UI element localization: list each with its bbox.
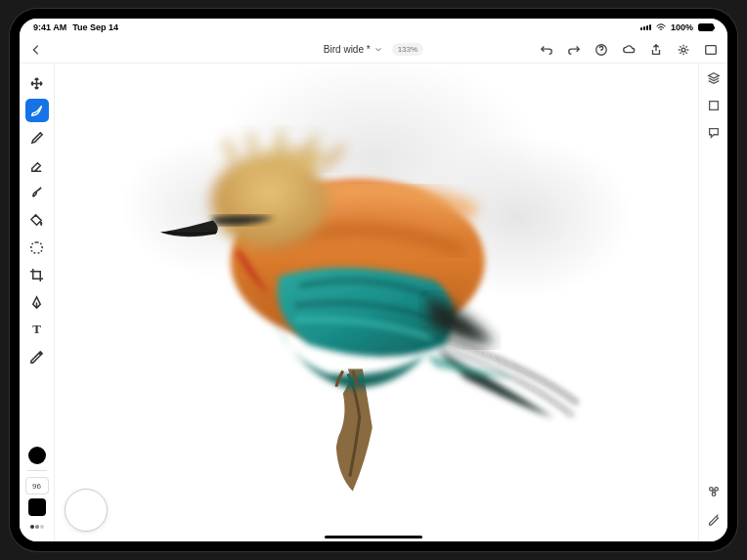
foreground-color-swatch[interactable] (28, 447, 46, 464)
canvas[interactable] (55, 64, 698, 541)
brush-flow-icon[interactable] (28, 520, 46, 534)
edit-panel-button[interactable] (707, 512, 721, 526)
smudge-tool[interactable] (25, 181, 49, 204)
properties-panel-button[interactable] (707, 99, 721, 112)
cellular-signal-icon (640, 24, 651, 30)
move-tool[interactable] (25, 71, 49, 95)
paint-brush-tool[interactable] (25, 126, 49, 150)
artwork-bird (143, 124, 593, 495)
chevron-down-icon (374, 46, 382, 54)
svg-point-9 (709, 488, 713, 492)
svg-point-1 (681, 48, 685, 52)
status-date: Tue Sep 14 (72, 22, 118, 32)
fill-tool[interactable] (25, 208, 49, 232)
main-area: T 96 (20, 64, 727, 541)
eyedropper-tool[interactable] (25, 345, 49, 368)
app-header: Bird wide * 133% (20, 36, 727, 64)
comments-panel-button[interactable] (707, 126, 721, 140)
crop-tool[interactable] (25, 263, 49, 286)
screen: 9:41 AM Tue Sep 14 100% Bird wide * (20, 19, 727, 541)
layers-panel-button[interactable] (707, 71, 721, 85)
home-indicator[interactable] (325, 536, 422, 538)
settings-button[interactable] (677, 43, 690, 57)
battery-percent: 100% (671, 22, 693, 32)
svg-point-3 (30, 525, 34, 529)
back-button[interactable] (29, 43, 43, 57)
brush-size-chip[interactable]: 96 (25, 477, 49, 495)
status-bar: 9:41 AM Tue Sep 14 100% (20, 19, 727, 36)
selection-tool[interactable] (25, 236, 49, 259)
battery-icon (698, 23, 714, 31)
pen-tool[interactable] (25, 290, 49, 314)
svg-point-4 (35, 525, 39, 529)
color-picker-ring[interactable] (65, 489, 108, 532)
wifi-icon (656, 23, 666, 31)
zoom-level[interactable]: 133% (392, 43, 423, 56)
secondary-color-swatch[interactable] (28, 498, 46, 516)
eraser-tool[interactable] (25, 153, 49, 177)
undo-button[interactable] (540, 43, 553, 57)
svg-point-10 (714, 488, 718, 492)
svg-point-5 (40, 525, 44, 529)
divider (27, 470, 47, 471)
fullscreen-button[interactable] (704, 43, 718, 57)
brush-tool[interactable] (25, 99, 49, 122)
cloud-sync-button[interactable] (622, 43, 636, 57)
status-time: 9:41 AM (33, 22, 66, 32)
document-title-dropdown[interactable]: Bird wide * (324, 44, 382, 55)
help-button[interactable] (594, 43, 608, 57)
svg-rect-8 (709, 102, 718, 110)
svg-rect-2 (706, 45, 717, 54)
left-toolbar: T 96 (20, 64, 55, 541)
precision-panel-button[interactable] (707, 485, 721, 498)
ipad-frame: 9:41 AM Tue Sep 14 100% Bird wide * (10, 9, 737, 551)
share-button[interactable] (649, 43, 663, 57)
redo-button[interactable] (567, 43, 581, 57)
right-toolbar (698, 64, 727, 541)
document-title: Bird wide * (324, 44, 371, 55)
text-tool[interactable]: T (25, 318, 49, 341)
